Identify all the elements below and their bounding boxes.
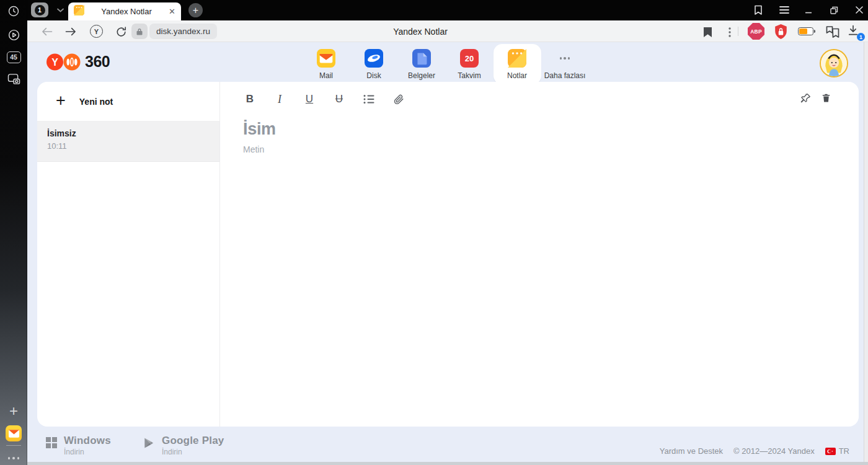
strikethrough-button[interactable]: U bbox=[332, 93, 346, 105]
tab-title: Yandex Notlar bbox=[89, 7, 164, 16]
reload-icon[interactable] bbox=[114, 25, 128, 38]
service-mail[interactable]: Mail bbox=[303, 44, 350, 84]
protect-icon[interactable]: Y bbox=[90, 25, 103, 38]
user-avatar[interactable] bbox=[820, 49, 848, 78]
pin-icon bbox=[800, 92, 812, 104]
italic-button[interactable]: I bbox=[273, 93, 286, 106]
browser-tab[interactable]: Yandex Notlar ✕ bbox=[68, 2, 181, 20]
language-switcher[interactable]: TR bbox=[825, 446, 849, 456]
sidebar-divider bbox=[6, 445, 21, 446]
attach-button[interactable] bbox=[392, 94, 405, 105]
bold-button[interactable]: B bbox=[243, 93, 257, 105]
adblock-plus-icon[interactable]: ABP bbox=[748, 23, 764, 40]
window-bottom-edge bbox=[27, 462, 868, 465]
tab-counter[interactable]: 1 bbox=[31, 2, 48, 17]
disk-icon bbox=[365, 49, 383, 68]
tab-list-chevron-icon[interactable] bbox=[53, 4, 67, 16]
pin-note-button[interactable] bbox=[800, 92, 812, 107]
note-text-placeholder[interactable]: Metin bbox=[243, 144, 834, 154]
paperclip-icon bbox=[393, 94, 404, 105]
bullet-list-button[interactable] bbox=[362, 93, 376, 105]
notes-app-card: + Yeni not İsimsiz 10:11 B I U U bbox=[37, 82, 859, 427]
browser-window: 45 + 1 Yandex Notlar ✕ + bbox=[0, 0, 868, 465]
help-link[interactable]: Yardım ve Destek bbox=[660, 446, 723, 456]
svg-text:Y: Y bbox=[51, 56, 58, 67]
mail-icon bbox=[317, 49, 335, 68]
page-footer: Windows İndirin Google Play İndirin Yard… bbox=[27, 427, 864, 462]
collections-icon[interactable] bbox=[825, 24, 841, 39]
yandex-logo-icon: Y bbox=[46, 53, 82, 71]
service-more[interactable]: Daha fazlası bbox=[541, 44, 589, 84]
page-scrollbar[interactable] bbox=[864, 42, 868, 462]
service-disk[interactable]: Disk bbox=[350, 44, 398, 84]
editor-toolbar: B I U U bbox=[221, 82, 859, 117]
extensions-menu-icon[interactable] bbox=[723, 25, 737, 39]
protect-shield-icon[interactable] bbox=[773, 23, 789, 40]
history-icon[interactable] bbox=[0, 2, 27, 20]
logo-360-text: 360 bbox=[85, 53, 110, 71]
url-field[interactable]: disk.yandex.ru bbox=[149, 24, 217, 39]
service-notes[interactable]: Notlar bbox=[494, 44, 541, 84]
services-nav: Mail Disk Belgeler 20 Takvim Notlar bbox=[303, 44, 589, 84]
windows-download-link[interactable]: Windows İndirin bbox=[46, 435, 111, 456]
browser-sidebar: 45 + bbox=[0, 0, 27, 465]
back-icon[interactable] bbox=[40, 25, 54, 38]
note-time: 10:11 bbox=[47, 141, 210, 151]
yandex-mail-app-icon[interactable] bbox=[0, 424, 27, 443]
page-content: Y 360 Mail Disk bbox=[27, 42, 864, 462]
more-dots-icon bbox=[556, 49, 574, 68]
screenshot-icon[interactable] bbox=[0, 69, 27, 88]
bookmarks-panel-icon[interactable] bbox=[751, 4, 765, 16]
copyright-text: © 2012—2024 Yandex bbox=[733, 446, 815, 456]
service-documents[interactable]: Belgeler bbox=[398, 44, 446, 84]
battery-saver-icon[interactable] bbox=[798, 27, 813, 35]
underline-button[interactable]: U bbox=[303, 93, 316, 105]
new-note-button[interactable]: + Yeni not bbox=[37, 82, 219, 122]
calendar-icon: 20 bbox=[460, 49, 479, 68]
avatar-illustration bbox=[821, 50, 847, 76]
service-calendar[interactable]: 20 Takvim bbox=[446, 44, 494, 84]
badge-45-icon[interactable]: 45 bbox=[0, 48, 27, 66]
editor-body[interactable]: İsim Metin bbox=[221, 117, 859, 154]
tab-favicon-notes-icon bbox=[74, 5, 84, 18]
google-play-download-link[interactable]: Google Play İndirin bbox=[143, 435, 224, 456]
forward-icon[interactable] bbox=[64, 25, 78, 38]
downloads-icon[interactable]: 1 bbox=[847, 24, 862, 39]
notes-list-pane: + Yeni not İsimsiz 10:11 bbox=[37, 82, 220, 427]
close-window-icon[interactable] bbox=[852, 4, 866, 16]
restore-icon[interactable] bbox=[827, 4, 841, 16]
note-list-item[interactable]: İsimsiz 10:11 bbox=[37, 122, 219, 162]
toolbar-divider bbox=[738, 27, 738, 36]
notes-icon bbox=[508, 49, 526, 68]
tab-bar: 1 Yandex Notlar ✕ + bbox=[27, 0, 868, 20]
minimize-icon[interactable] bbox=[802, 4, 815, 16]
note-title: İsimsiz bbox=[47, 128, 210, 138]
windows-icon bbox=[46, 437, 57, 448]
bullet-list-icon bbox=[363, 93, 375, 105]
delete-note-button[interactable] bbox=[821, 92, 831, 106]
browser-menu-icon[interactable] bbox=[777, 4, 791, 16]
yandex360-logo[interactable]: Y 360 bbox=[46, 53, 110, 71]
video-play-icon[interactable] bbox=[0, 25, 27, 44]
note-title-placeholder[interactable]: İsim bbox=[243, 120, 834, 139]
address-toolbar: Y disk.yandex.ru Yandex Notlar ABP 1 bbox=[27, 20, 868, 42]
tab-close-icon[interactable]: ✕ bbox=[169, 7, 175, 16]
footer-links: Yardım ve Destek © 2012—2024 Yandex TR bbox=[660, 446, 849, 456]
google-play-icon bbox=[143, 436, 155, 450]
bookmark-icon[interactable] bbox=[701, 25, 714, 39]
documents-icon bbox=[412, 49, 431, 68]
trash-icon bbox=[821, 92, 831, 104]
yandex360-header: Y 360 Mail Disk bbox=[27, 42, 864, 82]
ssl-lock-icon[interactable] bbox=[131, 24, 148, 39]
plus-icon: + bbox=[56, 92, 66, 109]
sidebar-add-icon[interactable]: + bbox=[0, 402, 27, 420]
sidebar-more-icon[interactable] bbox=[0, 449, 27, 465]
new-tab-button[interactable]: + bbox=[188, 3, 203, 17]
turkey-flag-icon bbox=[825, 448, 836, 455]
note-editor: B I U U bbox=[221, 82, 859, 427]
language-code: TR bbox=[839, 446, 849, 456]
download-count-badge: 1 bbox=[857, 33, 865, 41]
